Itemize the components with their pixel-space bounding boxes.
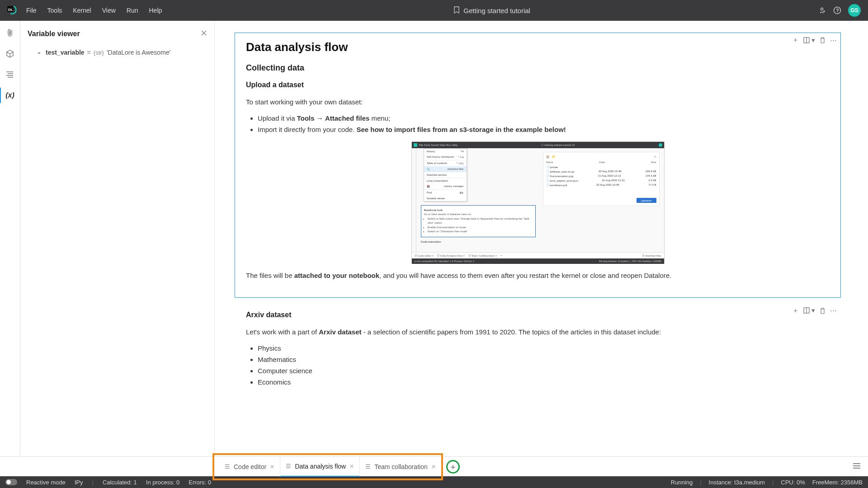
cell-heading-3: Arxiv dataset [246,311,830,319]
inprocess-count: In process: 0 [146,479,179,486]
cpu-info: CPU: 0% [781,479,805,486]
equals-sign: = [87,49,91,56]
sheet-icon: ☰ [286,463,291,469]
cell-type-icon[interactable]: ▾ [803,36,815,44]
menu-kernel[interactable]: Kernel [68,5,95,16]
reactive-mode-label: Reactive mode [26,479,66,486]
delete-cell-icon[interactable] [820,37,826,43]
calculated-count: Calculated: 1 [103,479,137,486]
menu-tools[interactable]: Tools [43,5,67,16]
avatar[interactable]: GS [848,4,861,17]
add-cell-icon[interactable]: ＋ [792,306,799,315]
variable-type: {str} [94,49,104,56]
variable-value: 'DataLore is Awesome' [107,49,170,56]
menu-help[interactable]: Help [145,5,167,16]
attachments-icon[interactable] [5,28,15,38]
add-tab-button[interactable]: ＋ [446,460,460,474]
hamburger-icon[interactable] [853,463,868,471]
notebook-cell[interactable]: ＋ ▾ ⋯ Data analysis flow Collecting data… [235,33,841,298]
paragraph: To start working with your own dataset: [246,97,830,107]
panel-title: Variable viewer [28,30,80,38]
close-tab-icon[interactable]: ✕ [270,464,274,470]
menu-run[interactable]: Run [122,5,143,16]
outline-icon[interactable] [5,70,15,80]
menu-file[interactable]: File [22,5,41,16]
add-cell-icon[interactable]: ＋ [792,36,799,44]
svg-text:?: ? [836,8,839,13]
tab-code-editor[interactable]: ☰ Code editor ✕ [219,457,280,477]
variable-row[interactable]: test_variable = {str} 'DataLore is Aweso… [20,44,214,61]
kernel-type: IPy [75,479,83,486]
list-item: Upload it via Tools → Attached files men… [258,113,830,123]
sheet-icon: ☰ [365,463,371,470]
sheet-icon: ☰ [225,463,230,470]
bookmark-icon [453,6,460,15]
more-icon[interactable]: ⋯ [830,306,837,314]
cell-heading-2: Collecting data [246,63,830,73]
share-icon[interactable] [817,6,826,15]
help-icon[interactable]: ? [833,6,842,15]
variables-icon[interactable]: (x) [5,90,15,100]
list-item: Import it directly from your code. See h… [258,124,830,135]
kernel-status: Running [671,479,693,486]
svg-point-2 [821,8,823,10]
tab-team-collaboration[interactable]: ☰ Team collaboration ✕ [360,457,442,477]
mem-info: FreeMem: 2356MB [812,479,863,486]
package-icon[interactable] [5,49,15,59]
svg-text:DL: DL [8,8,13,12]
list-item: Physics [258,343,830,353]
variable-name: test_variable [46,49,85,56]
close-tab-icon[interactable]: ✕ [431,464,436,470]
embedded-screenshot: File Tools Kernel View Run Help ☐ Gettin… [411,141,665,263]
cell-heading-3: Upload a dataset [246,81,830,89]
page-title: Getting started tutorial [463,7,530,14]
paragraph: Let's work with a part of Arxiv dataset … [246,327,830,337]
app-logo: DL [5,4,18,17]
notebook-cell[interactable]: ＋ ▾ ⋯ Arxiv dataset Let's work with a pa… [235,303,841,405]
list-item: Computer science [258,366,830,376]
menu-view[interactable]: View [98,5,120,16]
close-tab-icon[interactable]: ✕ [349,463,354,469]
instance-info: Instance: t3a.medium [709,479,765,486]
paragraph: The files will be attached to your noteb… [246,271,830,280]
errors-count: Errors: 0 [189,479,211,486]
list-item: Economics [258,377,830,387]
more-icon[interactable]: ⋯ [830,36,837,44]
cell-heading-1: Data analysis flow [246,40,830,54]
reactive-mode-toggle[interactable] [5,479,17,485]
delete-cell-icon[interactable] [820,307,826,314]
cell-type-icon[interactable]: ▾ [803,306,815,314]
tab-data-analysis-flow[interactable]: ☰ Data analysis flow ✕ [280,457,360,477]
close-icon[interactable] [201,30,207,38]
list-item: Mathematics [258,354,830,365]
